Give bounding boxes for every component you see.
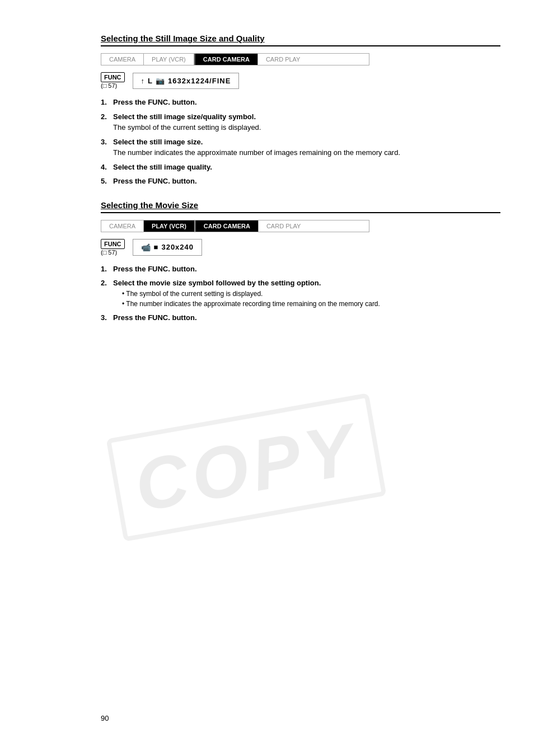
section1-step1: 1. Press the FUNC. button. [101,97,500,108]
section1: Selecting the Still Image Size and Quali… [101,34,500,187]
section1-step3-sub: The number indicates the approximate num… [113,148,400,157]
step-num: 1. [101,97,113,108]
section2-step2-sub2: The number indicates the approximate rec… [113,299,500,309]
section1-display-icon-arrow: ↑ [141,77,146,85]
step-num: 4. [101,162,113,173]
section1-step4: 4. Select the still image quality. [101,162,500,173]
section1-step3-title: Select the still image size. [113,138,203,146]
page: Selecting the Still Image Size and Quali… [0,0,534,756]
section2-display-resolution-icon: ■ [154,243,159,251]
tab-camera-1[interactable]: CAMERA [101,54,144,65]
tab-card-play-1[interactable]: CARD PLAY [258,54,308,65]
step-num: 2. [101,278,113,309]
step-num: 3. [101,312,113,323]
tab-card-camera-1[interactable]: CARD CAMERA [195,54,258,65]
step-num: 2. [101,111,113,133]
section1-func-row: FUNC (□ 57) ↑ L 📷 1632x1224/FINE [101,72,500,89]
copy-watermark-text: COPY [106,393,386,542]
section1-func-label-area: FUNC (□ 57) [101,72,126,89]
tab-play-vcr-1[interactable]: PLAY (VCR) [144,54,194,65]
section1-func-count: (□ 57) [101,82,117,89]
section1-step4-title: Select the still image quality. [113,163,212,171]
section2-step1: 1. Press the FUNC. button. [101,264,500,275]
step-num: 5. [101,176,113,187]
page-number: 90 [101,714,109,722]
section2-step2-title: Select the movie size symbol followed by… [113,279,321,287]
section2: Selecting the Movie Size CAMERA PLAY (VC… [101,200,500,323]
tab-camera-2[interactable]: CAMERA [101,220,144,232]
section1-func-box: FUNC [101,72,125,82]
section1-step2-title: Select the still image size/quality symb… [113,112,256,121]
section2-func-label-area: FUNC (□ 57) [101,239,126,256]
section2-step1-title: Press the FUNC. button. [113,265,197,273]
section1-step5-title: Press the FUNC. button. [113,177,197,185]
section2-display-movie-icon: 📹 [141,243,151,252]
section1-display-resolution: 1632x1224/FINE [168,77,231,85]
section1-mode-tabs: CAMERA PLAY (VCR) CARD CAMERA CARD PLAY [101,53,369,65]
copy-watermark-container: COPY [101,364,392,571]
section1-step2-sub: The symbol of the current setting is dis… [113,123,261,132]
step-num: 3. [101,137,113,158]
section2-func-row: FUNC (□ 57) 📹 ■ 320x240 [101,239,500,256]
section2-step2: 2. Select the movie size symbol followed… [101,278,500,309]
tab-play-vcr-2[interactable]: PLAY (VCR) [144,220,195,232]
section1-step5: 5. Press the FUNC. button. [101,176,500,187]
section1-display-camera-icon: 📷 [156,77,165,85]
section2-display-resolution: 320x240 [161,243,194,251]
section1-func-display: ↑ L 📷 1632x1224/FINE [133,73,240,89]
section1-step2: 2. Select the still image size/quality s… [101,111,500,133]
section1-display-size-l: L [148,77,153,85]
section2-title: Selecting the Movie Size [101,200,500,213]
section2-func-display: 📹 ■ 320x240 [133,239,202,256]
section1-step1-title: Press the FUNC. button. [113,98,197,106]
step-num: 1. [101,264,113,275]
section2-func-box: FUNC [101,239,125,249]
section1-steps: 1. Press the FUNC. button. 2. Select the… [101,97,500,187]
section2-step2-sub1: The symbol of the current setting is dis… [113,289,500,299]
tab-card-camera-2[interactable]: CARD CAMERA [196,220,259,232]
section2-steps: 1. Press the FUNC. button. 2. Select the… [101,264,500,323]
tab-card-play-2[interactable]: CARD PLAY [259,220,309,232]
section2-func-count: (□ 57) [101,249,117,256]
section2-mode-tabs: CAMERA PLAY (VCR) CARD CAMERA CARD PLAY [101,220,369,232]
section2-step3-title: Press the FUNC. button. [113,313,197,322]
section1-step3: 3. Select the still image size. The numb… [101,137,500,158]
section1-title: Selecting the Still Image Size and Quali… [101,34,500,46]
section2-step3: 3. Press the FUNC. button. [101,312,500,323]
